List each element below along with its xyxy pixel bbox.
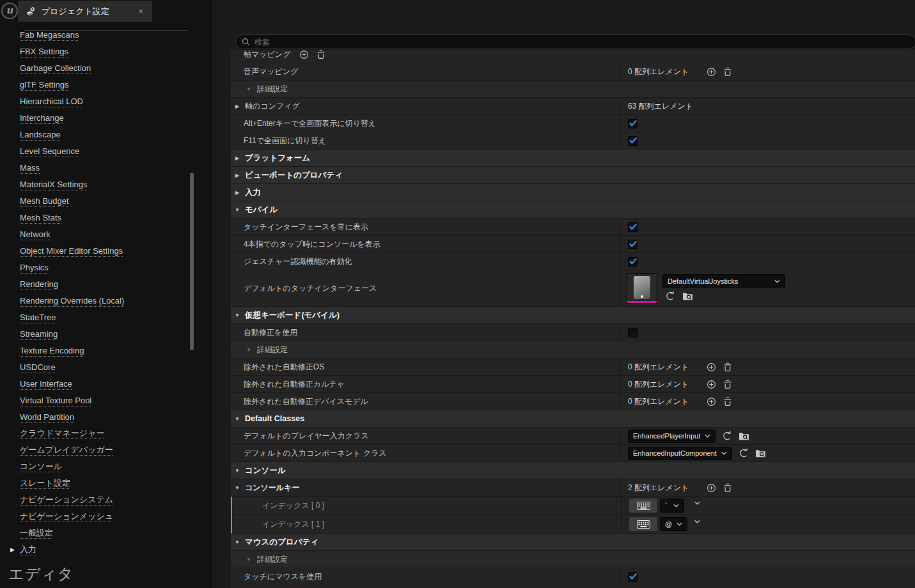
browse-to-asset-icon[interactable] xyxy=(739,431,749,441)
sidebar-item-32[interactable]: ▶入力 xyxy=(0,541,212,558)
expander-triangle-icon[interactable]: ▼ xyxy=(246,557,252,562)
browse-to-asset-icon[interactable] xyxy=(755,448,766,458)
add-element-icon[interactable] xyxy=(707,67,716,77)
sidebar-item-20[interactable]: Texture Encoding xyxy=(0,342,212,359)
sidebar-item-4[interactable]: glTF Settings xyxy=(0,76,212,93)
sidebar-item-3[interactable]: Garbage Collection xyxy=(0,59,212,76)
expander-triangle-icon[interactable]: ▼ xyxy=(234,207,240,213)
add-element-icon[interactable] xyxy=(707,380,716,389)
sidebar-item-12[interactable]: Mesh Stats xyxy=(0,209,212,226)
sidebar-item-18[interactable]: StateTree xyxy=(0,309,212,325)
sidebar-item-25[interactable]: クラウドマネージャー xyxy=(0,425,212,442)
add-element-icon[interactable] xyxy=(707,483,716,493)
category-header[interactable]: ▼モバイル xyxy=(231,201,915,219)
expander-triangle-icon[interactable]: ▼ xyxy=(246,86,252,92)
expander-triangle-icon[interactable]: ▼ xyxy=(246,347,252,353)
class-dropdown[interactable]: EnhancedInputComponent xyxy=(628,447,732,460)
sidebar-item-21[interactable]: USDCore xyxy=(0,359,212,375)
tab-close-icon[interactable]: × xyxy=(137,6,145,16)
sidebar-item-11[interactable]: Mesh Budget xyxy=(0,192,212,209)
sidebar-item-29[interactable]: ナビゲーションシステム xyxy=(0,491,212,508)
checkbox[interactable] xyxy=(628,136,637,146)
use-selected-asset-icon[interactable] xyxy=(739,448,749,458)
delete-all-elements-icon[interactable] xyxy=(723,380,732,389)
expander-triangle-icon[interactable]: ▶ xyxy=(234,173,240,178)
sidebar-item-27[interactable]: コンソール xyxy=(0,458,212,475)
expander-triangle-icon[interactable]: ▼ xyxy=(234,468,240,474)
expander-triangle-icon[interactable]: ▶ xyxy=(234,104,240,109)
sidebar-item-label: Level Sequence xyxy=(20,146,79,156)
checkbox[interactable] xyxy=(628,572,637,582)
delete-all-elements-icon[interactable] xyxy=(723,362,732,372)
key-dropdown[interactable]: ` xyxy=(660,499,684,513)
sidebar-item-26[interactable]: ゲームプレイデバッガー xyxy=(0,442,212,458)
expander-triangle-icon[interactable]: ▶ xyxy=(234,155,240,161)
sidebar-item-24[interactable]: World Partition xyxy=(0,408,212,425)
delete-all-elements-icon[interactable] xyxy=(723,483,732,493)
sidebar-item-label: Mesh Stats xyxy=(20,213,61,222)
sidebar-item-15[interactable]: Physics xyxy=(0,259,212,275)
expander-triangle-icon[interactable]: ▼ xyxy=(234,539,240,545)
sidebar-scrollbar-thumb[interactable] xyxy=(190,173,194,350)
sidebar-section-editor[interactable]: エディタ xyxy=(8,564,74,584)
checkbox[interactable] xyxy=(628,240,637,249)
search-input[interactable] xyxy=(254,38,910,47)
category-header[interactable]: ▼コンソール xyxy=(231,462,915,479)
tab-project-settings[interactable]: プロジェクト設定 × xyxy=(18,1,152,22)
sidebar-item-13[interactable]: Network xyxy=(0,226,212,242)
delete-all-elements-icon[interactable] xyxy=(317,50,325,59)
expander-triangle-icon[interactable]: ▶ xyxy=(234,190,240,196)
unreal-logo-letter: u xyxy=(6,4,13,16)
sidebar-item-19[interactable]: Streaming xyxy=(0,325,212,342)
sidebar-item-16[interactable]: Rendering xyxy=(0,275,212,292)
settings-row: インデックス [ 0 ]` xyxy=(231,497,915,515)
sidebar-item-10[interactable]: MaterialX Settings xyxy=(0,176,212,192)
sidebar-item-30[interactable]: ナビゲーションメッシュ xyxy=(0,508,212,525)
sidebar-item-14[interactable]: Object Mixer Editor Settings xyxy=(0,242,212,259)
delete-all-elements-icon[interactable] xyxy=(723,397,732,406)
sidebar-item-17[interactable]: Rendering Overrides (Local) xyxy=(0,292,212,309)
keyboard-icon-button[interactable] xyxy=(629,499,657,513)
sidebar-item-6[interactable]: Interchange xyxy=(0,109,212,126)
browse-to-asset-icon[interactable] xyxy=(682,291,693,301)
category-header[interactable]: ▼Default Classes xyxy=(231,410,915,428)
sidebar-item-28[interactable]: スレート設定 xyxy=(0,475,212,491)
key-options-chevron-icon[interactable] xyxy=(694,520,700,523)
sidebar-item-2[interactable]: FBX Settings xyxy=(0,43,212,59)
class-dropdown[interactable]: EnhancedPlayerInput xyxy=(628,429,716,443)
search-bar[interactable] xyxy=(235,35,915,49)
add-element-icon[interactable] xyxy=(707,397,716,406)
expander-triangle-icon[interactable]: ▼ xyxy=(234,485,240,491)
category-header[interactable]: ▶ビューポートのプロパティ xyxy=(231,167,915,184)
delete-all-elements-icon[interactable] xyxy=(723,67,732,77)
property-label: タッチにマウスを使用 xyxy=(244,571,322,582)
sidebar-item-8[interactable]: Level Sequence xyxy=(0,143,212,159)
category-header[interactable]: ▼仮想キーボード(モバイル) xyxy=(231,307,915,324)
expander-triangle-icon[interactable]: ▼ xyxy=(234,416,240,422)
sidebar-item-1[interactable]: Fab Megascans xyxy=(0,26,212,43)
checkbox[interactable] xyxy=(628,119,637,128)
add-element-icon[interactable] xyxy=(299,50,309,59)
asset-dropdown[interactable]: DefaultVirtualJoysticks xyxy=(662,274,785,288)
sidebar-item-5[interactable]: Hierarchical LOD xyxy=(0,93,212,109)
category-header[interactable]: ▼マウスのプロパティ xyxy=(231,534,915,551)
sidebar-item-9[interactable]: Mass xyxy=(0,159,212,176)
use-selected-asset-icon[interactable] xyxy=(665,291,675,301)
key-dropdown[interactable]: @ xyxy=(660,517,687,531)
asset-thumbnail[interactable] xyxy=(627,273,657,304)
checkbox[interactable] xyxy=(628,328,637,337)
use-selected-asset-icon[interactable] xyxy=(722,431,732,441)
key-options-chevron-icon[interactable] xyxy=(694,501,700,505)
checkbox[interactable] xyxy=(628,257,637,267)
category-header[interactable]: ▶入力 xyxy=(231,184,915,201)
add-element-icon[interactable] xyxy=(707,362,716,372)
sidebar-item-22[interactable]: User Interface xyxy=(0,375,212,392)
sidebar-item-23[interactable]: Virtual Texture Pool xyxy=(0,392,212,408)
sidebar-item-7[interactable]: Landscape xyxy=(0,126,212,143)
expander-triangle-icon[interactable]: ▼ xyxy=(234,313,240,318)
checkbox[interactable] xyxy=(628,222,637,232)
chevron-down-icon xyxy=(774,279,780,283)
keyboard-icon-button[interactable] xyxy=(629,517,657,531)
category-header[interactable]: ▶プラットフォーム xyxy=(231,150,915,167)
sidebar-item-31[interactable]: 一般設定 xyxy=(0,525,212,541)
